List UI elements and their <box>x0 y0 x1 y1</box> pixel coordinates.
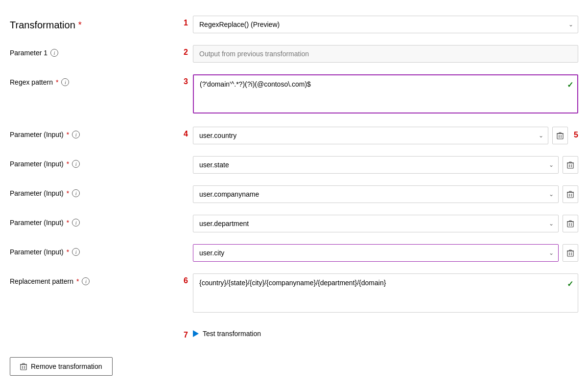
play-icon <box>193 330 199 337</box>
param-input-1-dropdown[interactable]: user.country <box>193 127 548 144</box>
replacement-textarea-wrapper: {country}/{state}/{city}/{companyname}/{… <box>193 273 578 314</box>
param-input-4-col: user.department ⌄ <box>193 215 578 232</box>
regex-pattern-row: Regex pattern * i 3 (?'domain'^.*?)(?i)(… <box>10 68 578 121</box>
parameter1-label-col: Parameter 1 i <box>10 45 176 57</box>
regex-pattern-textarea[interactable]: (?'domain'^.*?)(?i)(@contoso\.com)$ <box>193 74 578 113</box>
param-input-2-label: Parameter (Input) <box>10 160 64 168</box>
trash-5-icon <box>567 249 574 257</box>
trash-4-icon <box>567 220 574 227</box>
param-input-1-info-icon[interactable]: i <box>72 131 80 138</box>
param-input-2-delete-button[interactable] <box>563 156 578 174</box>
param-input-2-dropdown[interactable]: user.state <box>193 156 559 174</box>
step-7-number: 7 <box>176 328 188 340</box>
regex-pattern-label: Regex pattern <box>10 78 53 86</box>
step-empty-4 <box>176 215 188 218</box>
param-input-3-info-icon[interactable]: i <box>72 189 80 197</box>
param-input-4-required: * <box>67 219 69 226</box>
replacement-label: Replacement pattern <box>10 277 73 285</box>
param-input-5-required: * <box>67 248 69 256</box>
param-input-row-4: Parameter (Input) * i user.department ⌄ <box>10 209 578 238</box>
param-input-2-col: user.state ⌄ <box>193 156 578 174</box>
param-input-3-wrapper: user.companyname ⌄ <box>193 185 559 203</box>
param-input-5-dropdown[interactable]: user.city <box>193 244 559 262</box>
trash-2-icon <box>567 161 574 169</box>
param-input-4-dropdown[interactable]: user.department <box>193 215 559 232</box>
replacement-pattern-textarea[interactable]: {country}/{state}/{city}/{companyname}/{… <box>193 273 578 313</box>
step-5-badge: 5 <box>574 127 578 139</box>
test-transformation-label: Test transformation <box>203 330 261 338</box>
param-input-1-delete-button[interactable] <box>552 127 568 144</box>
title-row: Transformation * 1 RegexReplace() (Previ… <box>10 10 578 39</box>
param-input-5-col: user.city ⌄ <box>193 244 578 262</box>
transformation-form: Transformation * 1 RegexReplace() (Previ… <box>10 10 578 376</box>
transformation-dropdown-wrapper: RegexReplace() (Preview) ⌄ <box>193 16 578 33</box>
step-1-number: 1 <box>176 16 188 27</box>
transformation-dropdown[interactable]: RegexReplace() (Preview) <box>193 16 578 33</box>
param-input-3-required: * <box>67 189 69 197</box>
param-input-2-required: * <box>67 160 69 168</box>
regex-check-icon: ✓ <box>567 80 573 90</box>
param-input-4-label-col: Parameter (Input) * i <box>10 215 176 226</box>
step-empty-2 <box>176 156 188 159</box>
parameter1-input[interactable] <box>193 45 578 63</box>
param-input-4-delete-button[interactable] <box>563 215 578 232</box>
step-4-number: 4 <box>176 127 188 138</box>
param-input-2-label-col: Parameter (Input) * i <box>10 156 176 168</box>
param-input-3-label-col: Parameter (Input) * i <box>10 185 176 197</box>
param-input-row-3: Parameter (Input) * i user.companyname ⌄ <box>10 180 578 209</box>
svg-rect-8 <box>567 192 573 198</box>
param-input-4-wrapper: user.department ⌄ <box>193 215 559 232</box>
param-input-3-delete-button[interactable] <box>563 185 578 203</box>
replacement-input-col: {country}/{state}/{city}/{companyname}/{… <box>193 273 578 314</box>
param-input-2-wrapper: user.state ⌄ <box>193 156 559 174</box>
replacement-required-star: * <box>76 277 79 285</box>
param-input-row-5: Parameter (Input) * i user.city ⌄ <box>10 238 578 268</box>
parameter1-row: Parameter 1 i 2 <box>10 39 578 68</box>
parameter1-info-icon[interactable]: i <box>50 49 58 57</box>
transformation-input-col: RegexReplace() (Preview) ⌄ <box>193 16 578 33</box>
param-input-2-info-icon[interactable]: i <box>72 160 80 168</box>
remove-trash-icon <box>20 362 27 370</box>
replacement-pattern-row: Replacement pattern * i 6 {country}/{sta… <box>10 268 578 320</box>
param-input-1-label-col: Parameter (Input) * i <box>10 127 176 138</box>
param-input-row-1: Parameter (Input) * i 4 user.country ⌄ <box>10 121 578 150</box>
param-input-5-label: Parameter (Input) <box>10 248 64 256</box>
regex-required-star: * <box>56 78 58 86</box>
title-required-star: * <box>78 20 82 30</box>
param-input-1-col: user.country ⌄ 5 <box>193 127 578 144</box>
step-empty-5 <box>176 244 188 247</box>
replacement-info-icon[interactable]: i <box>82 277 90 285</box>
regex-label-col: Regex pattern * i <box>10 74 176 86</box>
param-input-3-label: Parameter (Input) <box>10 189 64 197</box>
parameter1-label: Parameter 1 <box>10 49 47 57</box>
step-6-number: 6 <box>176 273 188 285</box>
param-input-5-delete-button[interactable] <box>563 244 578 262</box>
svg-rect-4 <box>567 163 573 168</box>
remove-transformation-label: Remove transformation <box>31 362 102 370</box>
svg-rect-20 <box>21 364 26 370</box>
regex-textarea-wrapper: (?'domain'^.*?)(?i)(@contoso\.com)$ ✓ <box>193 74 578 115</box>
param-input-5-info-icon[interactable]: i <box>72 248 80 256</box>
param-input-4-info-icon[interactable]: i <box>72 219 80 226</box>
replacement-label-col: Replacement pattern * i <box>10 273 176 285</box>
parameter1-input-wrapper <box>193 45 578 63</box>
trash-3-icon <box>567 190 574 198</box>
test-transformation-row: 7 Test transformation <box>10 320 578 347</box>
param-input-1-label: Parameter (Input) <box>10 131 64 138</box>
remove-transformation-section: Remove transformation <box>10 347 578 376</box>
param-input-3-dropdown[interactable]: user.companyname <box>193 185 559 203</box>
svg-rect-16 <box>567 251 573 256</box>
param-input-row-2: Parameter (Input) * i user.state ⌄ <box>10 150 578 180</box>
svg-rect-0 <box>557 134 563 139</box>
page-title: Transformation <box>10 20 75 31</box>
remove-transformation-button[interactable]: Remove transformation <box>10 357 113 376</box>
step-empty-3 <box>176 185 188 188</box>
param-input-3-col: user.companyname ⌄ <box>193 185 578 203</box>
replacement-check-icon: ✓ <box>567 279 573 289</box>
regex-input-col: (?'domain'^.*?)(?i)(@contoso\.com)$ ✓ <box>193 74 578 115</box>
test-transformation-button[interactable]: Test transformation <box>193 330 261 338</box>
param-input-4-label: Parameter (Input) <box>10 219 64 226</box>
title-label-col: Transformation * <box>10 16 176 31</box>
step-3-number: 3 <box>176 74 188 86</box>
regex-info-icon[interactable]: i <box>61 78 69 86</box>
